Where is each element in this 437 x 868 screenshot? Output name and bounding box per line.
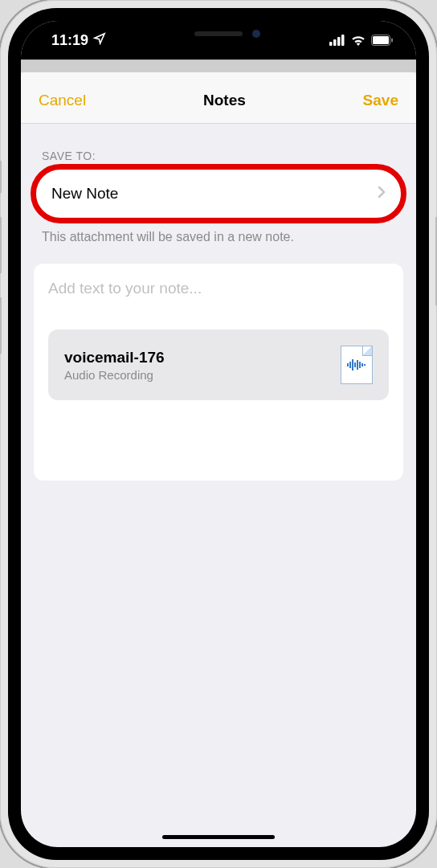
phone-frame: 11:19	[0, 0, 437, 868]
speaker-grill	[194, 31, 243, 36]
destination-row-container: New Note	[21, 170, 416, 217]
attachment-info: voicemail-176 Audio Recording	[64, 349, 165, 382]
save-button[interactable]: Save	[363, 92, 398, 109]
battery-full-icon	[371, 35, 394, 46]
svg-rect-8	[349, 362, 351, 368]
file-fold-corner	[362, 346, 372, 356]
wifi-icon	[350, 35, 366, 46]
note-text-input[interactable]: Add text to your note...	[48, 280, 389, 297]
audio-waveform-icon	[347, 359, 366, 371]
notch	[138, 21, 299, 47]
save-hint-text: This attachment will be saved in a new n…	[21, 217, 416, 264]
svg-rect-0	[329, 42, 333, 46]
phone-bezel: 11:19	[8, 8, 429, 860]
location-arrow-icon	[93, 32, 106, 49]
svg-rect-2	[337, 37, 341, 46]
home-indicator[interactable]	[162, 835, 275, 839]
status-time: 11:19	[51, 32, 88, 49]
destination-label: New Note	[51, 185, 118, 203]
svg-rect-5	[373, 36, 389, 44]
save-to-header: SAVE TO:	[21, 149, 416, 170]
attachment-type: Audio Recording	[64, 368, 165, 382]
save-destination-row[interactable]: New Note	[34, 170, 403, 217]
nav-title: Notes	[203, 92, 246, 109]
attachment-card[interactable]: voicemail-176 Audio Recording	[48, 330, 389, 400]
note-composer-card: Add text to your note... voicemail-176 A…	[34, 264, 403, 481]
sheet-backdrop	[21, 59, 416, 72]
attachment-name: voicemail-176	[64, 349, 165, 366]
side-buttons-left	[0, 161, 2, 378]
svg-rect-10	[354, 362, 356, 367]
svg-rect-9	[352, 359, 353, 371]
screen: 11:19	[21, 21, 416, 847]
volume-down-button[interactable]	[0, 297, 2, 354]
cellular-signal-icon	[329, 35, 345, 46]
audio-file-icon	[341, 346, 373, 384]
svg-rect-13	[361, 363, 363, 366]
svg-rect-1	[333, 39, 337, 46]
chevron-right-icon	[378, 186, 386, 202]
svg-rect-7	[347, 363, 349, 366]
front-camera	[252, 30, 260, 38]
content-area: SAVE TO: New Note This attachment will b…	[21, 124, 416, 481]
mute-switch[interactable]	[0, 161, 2, 193]
cancel-button[interactable]: Cancel	[39, 92, 86, 109]
svg-rect-6	[391, 39, 393, 43]
svg-rect-12	[359, 362, 361, 368]
navigation-bar: Cancel Notes Save	[21, 77, 416, 124]
svg-rect-3	[341, 35, 345, 46]
svg-rect-11	[357, 360, 358, 370]
svg-rect-14	[364, 364, 366, 366]
volume-up-button[interactable]	[0, 217, 2, 273]
